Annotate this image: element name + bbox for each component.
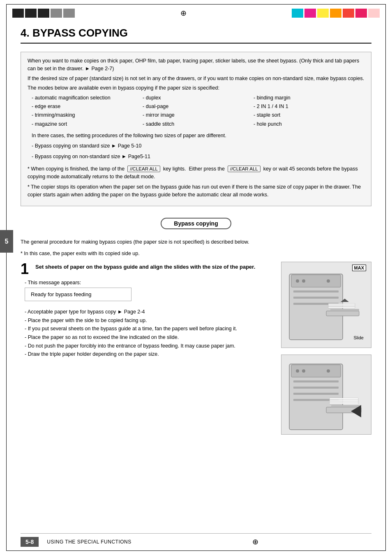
section-header-wrap: Bypass copying <box>21 214 371 234</box>
footer-compass: ⊕ <box>140 537 371 546</box>
mode-7: - trimming/masking <box>32 111 143 119</box>
footer-page-number: 5-8 <box>21 537 39 547</box>
clear-all-key-2: //CLEAR ALL <box>228 166 261 172</box>
black-sq-1 <box>12 9 24 18</box>
bullet-4: Place the paper so as not to exceed the … <box>25 333 273 342</box>
modes-grid: - automatic magnification selection - du… <box>32 94 364 129</box>
footer-text: USING THE SPECIAL FUNCTIONS <box>47 539 131 545</box>
main-content: 4. BYPASS COPYING When you want to make … <box>21 27 371 534</box>
color-sq-magenta <box>304 9 316 18</box>
step-container: 1 Set sheets of paper on the bypass guid… <box>21 262 371 435</box>
mode-12: - hole punch <box>254 120 364 128</box>
mode-10: - magazine sort <box>32 120 143 128</box>
svg-point-11 <box>296 279 299 283</box>
ref2-text: - Bypass copying on standard size ► Page… <box>32 142 364 150</box>
mode-2: - duplex <box>143 94 254 102</box>
black-squares <box>12 9 75 18</box>
bullet-1: Acceptable paper type for bypass copy ► … <box>25 308 273 316</box>
color-sq-pink <box>355 9 367 18</box>
mode-4: - edge erase <box>32 103 143 111</box>
machine-svg-top <box>285 266 367 344</box>
svg-point-13 <box>327 279 330 283</box>
mode-8: - mirror image <box>143 111 254 119</box>
svg-rect-8 <box>328 305 355 306</box>
message-appears: - This message appears: <box>25 280 273 286</box>
color-sq-orange <box>330 9 341 18</box>
note1: * When copying is finished, the lamp of … <box>28 165 364 181</box>
color-sq-light <box>368 9 380 18</box>
info-para2: If the desired size of paper (standard s… <box>28 75 364 83</box>
info-para3: The modes below are available even in by… <box>28 84 364 92</box>
top-compass: ⊕ <box>75 9 292 18</box>
mode-1: - automatic magnification selection <box>32 94 143 102</box>
bullet-2: Place the paper with the side to be copi… <box>25 316 273 325</box>
clear-all-key-1: //CLEAR ALL <box>127 166 160 172</box>
max-label: MAX <box>352 265 366 271</box>
black-sq-3 <box>38 9 49 18</box>
svg-rect-17 <box>293 387 339 389</box>
grey-sq-2 <box>63 9 75 18</box>
mode-5: - dual-page <box>143 103 254 111</box>
step-left: 1 Set sheets of paper on the bypass guid… <box>21 262 273 435</box>
step1-heading: Set sheets of paper on the bypass guide … <box>35 263 255 271</box>
mode-3: - binding margin <box>254 94 364 102</box>
slide-label: Slide <box>354 335 364 340</box>
step1-number: 1 <box>21 262 32 276</box>
info-box: When you want to make copies on thick pa… <box>21 52 371 206</box>
section-header: Bypass copying <box>161 218 231 229</box>
top-color-bar: ⊕ <box>0 7 392 19</box>
mode-6: - 2 IN 1 / 4 IN 1 <box>254 103 364 111</box>
machine-image-top: MAX Slide <box>281 262 371 348</box>
svg-rect-7 <box>328 307 355 308</box>
color-sq-yellow <box>317 9 329 18</box>
bullet-5: Do not push the paper forcibly into the … <box>25 342 273 350</box>
bullet-6: Draw the triple paper holder depending o… <box>25 350 273 359</box>
color-sq-cyan <box>292 9 303 18</box>
svg-point-28 <box>327 369 330 373</box>
ref3-text: - Bypass copying on non-standard size ► … <box>32 152 364 161</box>
grey-sq-1 <box>51 9 62 18</box>
page-tab: 5 <box>0 230 13 253</box>
mode-11: - saddle stitch <box>143 120 254 128</box>
page-title: 4. BYPASS COPYING <box>21 27 371 44</box>
mode-9: - staple sort <box>254 111 364 119</box>
info-para1: When you want to make copies on thick pa… <box>28 57 364 73</box>
svg-rect-24 <box>330 398 358 400</box>
svg-point-26 <box>296 369 299 373</box>
svg-rect-16 <box>293 380 339 382</box>
svg-rect-3 <box>293 297 339 299</box>
section-intro2: * In this case, the paper exits with its… <box>21 250 371 258</box>
machine-image-bottom <box>281 355 371 435</box>
svg-rect-2 <box>293 290 339 292</box>
ref-links: In there cases, the setting procedures o… <box>32 131 364 161</box>
notes: * When copying is finished, the lamp of … <box>28 165 364 199</box>
svg-rect-18 <box>293 393 339 395</box>
bullet-3: If you put several sheets on the bypass … <box>25 325 273 333</box>
black-sq-2 <box>25 9 37 18</box>
color-sq-red <box>343 9 354 18</box>
ref1-text: In there cases, the setting procedures o… <box>32 131 364 140</box>
message-box: Ready for bypass feeding <box>25 288 131 301</box>
step1-header: 1 Set sheets of paper on the bypass guid… <box>21 262 273 276</box>
section-intro1: The general procedure for making bypass … <box>21 238 371 246</box>
svg-rect-23 <box>330 400 358 402</box>
svg-point-12 <box>302 279 305 283</box>
svg-rect-9 <box>328 304 355 305</box>
note2: * The copier stops its operation when th… <box>28 183 364 199</box>
svg-rect-6 <box>330 309 359 311</box>
step-right: MAX Slide <box>281 262 371 435</box>
svg-rect-5 <box>326 311 359 316</box>
machine-svg-bottom <box>285 358 367 432</box>
step1-bullets: Acceptable paper type for bypass copy ► … <box>25 308 273 359</box>
svg-point-27 <box>302 369 305 373</box>
color-squares <box>292 9 380 18</box>
svg-rect-21 <box>331 405 361 407</box>
footer: 5-8 USING THE SPECIAL FUNCTIONS ⊕ <box>21 533 371 547</box>
svg-rect-22 <box>330 402 358 404</box>
